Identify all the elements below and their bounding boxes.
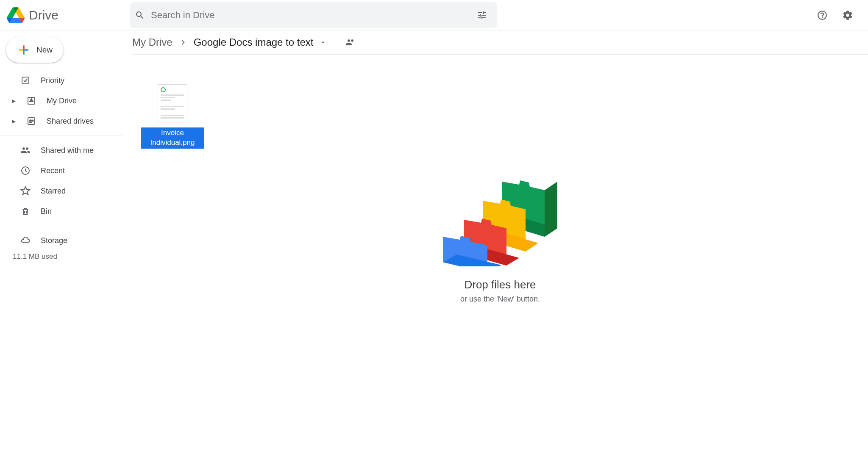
svg-point-3: [30, 120, 31, 122]
expand-icon: ▸: [12, 116, 16, 126]
header-actions: [812, 5, 861, 25]
chevron-right-icon: [178, 38, 188, 47]
trash-icon: [20, 206, 31, 216]
sidebar-item-priority[interactable]: Priority: [0, 70, 123, 91]
drop-folders-illustration: [439, 165, 562, 266]
sidebar-item-label: Shared drives: [47, 117, 94, 126]
sidebar-item-label: Bin: [41, 207, 52, 216]
tune-icon: [477, 10, 487, 20]
priority-icon: [20, 75, 31, 86]
sidebar-item-recent[interactable]: Recent: [0, 160, 123, 181]
sidebar-item-label: Priority: [41, 76, 64, 85]
drive-logo-icon: [7, 7, 25, 23]
file-thumbnail: [158, 84, 187, 122]
drop-subtitle: or use the 'New' button.: [439, 295, 562, 304]
sidebar-item-storage[interactable]: Storage: [0, 230, 123, 251]
sidebar-nav-3: Storage: [0, 230, 123, 251]
breadcrumb-current[interactable]: Google Docs image to text: [194, 36, 314, 48]
sidebar-item-label: Storage: [41, 236, 67, 245]
people-icon: [20, 145, 31, 155]
help-icon: [817, 10, 828, 21]
sidebar-divider: [0, 136, 123, 136]
sidebar-item-label: Shared with me: [41, 146, 94, 155]
my-drive-icon: [26, 96, 36, 106]
sidebar-item-bin[interactable]: Bin: [0, 201, 123, 221]
app-name: Drive: [29, 8, 58, 22]
drive-logo[interactable]: Drive: [7, 7, 130, 23]
sidebar-divider: [0, 226, 123, 226]
search-box[interactable]: [130, 2, 497, 28]
search-input[interactable]: [145, 10, 472, 21]
svg-point-4: [32, 120, 33, 122]
svg-rect-0: [22, 77, 29, 84]
new-button[interactable]: New: [6, 37, 64, 63]
sidebar-item-shared-drives[interactable]: ▸ Shared drives: [0, 111, 123, 131]
breadcrumb: My Drive Google Docs image to text: [132, 36, 868, 55]
sidebar-item-my-drive[interactable]: ▸ My Drive: [0, 91, 123, 111]
help-button[interactable]: [812, 5, 832, 25]
storage-used-text: 11.1 MB used: [0, 251, 123, 261]
layout: New Priority ▸ My Drive ▸ Shared drives …: [0, 30, 868, 451]
sidebar-nav: Priority ▸ My Drive ▸ Shared drives: [0, 70, 123, 131]
search-filter-button[interactable]: [472, 5, 492, 25]
search-icon: [135, 10, 145, 20]
clock-icon: [20, 166, 31, 176]
share-people-icon[interactable]: [345, 37, 356, 47]
new-button-label: New: [36, 45, 53, 55]
files-area[interactable]: Invoice Individual.png: [132, 55, 868, 444]
sidebar-item-label: Starred: [41, 187, 66, 196]
sidebar-item-label: My Drive: [47, 97, 77, 105]
sidebar: New Priority ▸ My Drive ▸ Shared drives …: [0, 30, 123, 451]
plus-icon: [17, 43, 31, 57]
expand-icon: ▸: [12, 96, 16, 105]
sidebar-nav-2: Shared with me Recent Starred Bin: [0, 140, 123, 221]
star-icon: [20, 186, 31, 196]
breadcrumb-root[interactable]: My Drive: [132, 36, 172, 48]
dropdown-icon[interactable]: [319, 39, 327, 46]
drop-title: Drop files here: [439, 278, 562, 291]
shared-drives-icon: [26, 116, 36, 126]
sidebar-item-starred[interactable]: Starred: [0, 181, 123, 201]
sidebar-item-label: Recent: [41, 166, 65, 175]
header: Drive: [0, 0, 868, 30]
drop-zone: Drop files here or use the 'New' button.: [439, 165, 562, 304]
sidebar-item-shared-with-me[interactable]: Shared with me: [0, 140, 123, 160]
cloud-icon: [20, 235, 31, 246]
file-name: Invoice Individual.png: [141, 127, 204, 149]
gear-icon: [842, 10, 853, 21]
main: My Drive Google Docs image to text Invoi…: [123, 30, 868, 451]
file-item[interactable]: Invoice Individual.png: [141, 84, 204, 149]
search-container: [130, 2, 497, 28]
settings-button[interactable]: [837, 5, 858, 25]
